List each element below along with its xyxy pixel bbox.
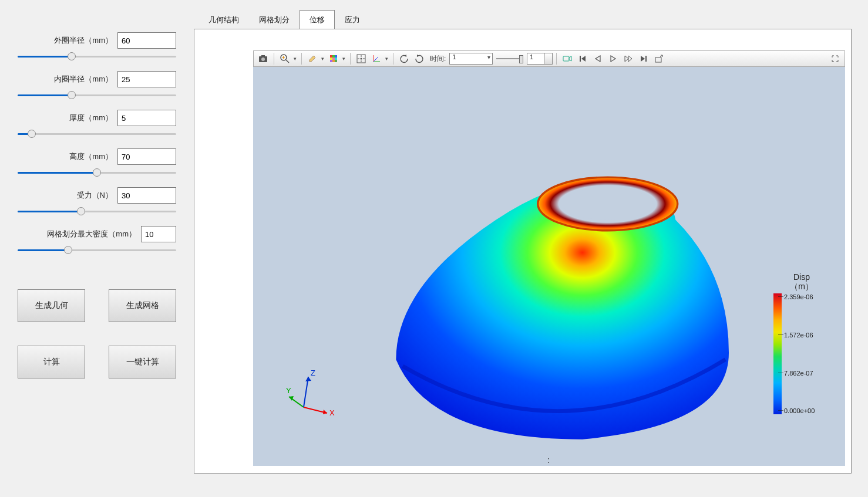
svg-point-2 [261, 58, 265, 61]
export-icon[interactable] [652, 52, 666, 65]
outer-radius-input[interactable] [117, 32, 176, 49]
svg-rect-6 [330, 55, 332, 58]
rotate-cw-icon[interactable] [412, 52, 426, 65]
param-height: 高度（mm） [18, 148, 176, 177]
viewer-toolbar: + ▾ ▾ ▾ ▾ [253, 50, 845, 67]
svg-text:X: X [329, 408, 335, 417]
svg-rect-14 [335, 60, 337, 62]
cube-color-dropdown-icon[interactable]: ▾ [341, 56, 346, 62]
svg-point-25 [563, 188, 653, 219]
axes-icon[interactable] [369, 52, 383, 65]
force-slider[interactable] [18, 207, 176, 215]
svg-line-19 [374, 57, 378, 62]
time-slider[interactable] [495, 53, 524, 65]
rotate-ccw-icon[interactable] [397, 52, 411, 65]
inner-radius-input[interactable] [117, 71, 176, 87]
axis-triad: X Y Z [286, 366, 339, 419]
svg-text:Z: Z [311, 368, 315, 377]
play-icon[interactable] [606, 52, 620, 65]
tab-geometry[interactable]: 几何结构 [199, 10, 249, 29]
param-label: 受力（N） [77, 190, 113, 201]
param-label: 内圈半径（mm） [54, 74, 113, 84]
tab-stress[interactable]: 应力 [335, 10, 370, 29]
time-combo[interactable]: 1 [449, 53, 493, 65]
svg-rect-1 [261, 55, 265, 57]
paint-icon[interactable] [305, 52, 319, 65]
param-label: 网格划分最大密度（mm） [47, 229, 136, 239]
time-label: 时间: [430, 54, 446, 64]
param-force: 受力（N） [18, 187, 176, 215]
svg-rect-10 [332, 58, 335, 60]
expand-icon[interactable] [828, 52, 842, 65]
snapshot-icon[interactable] [256, 52, 270, 65]
param-mesh-density: 网格划分最大密度（mm） [18, 226, 176, 254]
thickness-input[interactable] [117, 110, 176, 126]
param-label: 厚度（mm） [69, 113, 113, 123]
tab-mesh[interactable]: 网格划分 [249, 10, 300, 29]
param-inner-radius: 内圈半径（mm） [18, 71, 176, 99]
svg-rect-13 [332, 60, 335, 62]
calculate-button[interactable]: 计算 [18, 346, 85, 378]
colorbar-title: Disp [793, 272, 810, 282]
svg-rect-11 [335, 58, 337, 60]
svg-rect-9 [330, 58, 332, 60]
svg-text:+: + [282, 55, 285, 60]
colorbar-legend: Disp （m） 2.359e-06 1.572e-06 7.862e-07 0… [773, 272, 830, 414]
mesh-density-input[interactable] [141, 226, 176, 242]
viewer: + ▾ ▾ ▾ ▾ [194, 29, 852, 474]
tab-bar: 几何结构 网格划分 位移 应力 [194, 9, 852, 29]
outer-radius-slider[interactable] [18, 52, 176, 60]
skip-last-icon[interactable] [637, 52, 651, 65]
svg-rect-21 [580, 56, 581, 62]
svg-rect-7 [332, 55, 335, 58]
3d-viewport[interactable]: X Y Z Disp （m） [253, 67, 845, 466]
play-reverse-icon[interactable] [591, 52, 605, 65]
svg-rect-22 [645, 56, 647, 62]
svg-text:Y: Y [286, 386, 291, 395]
skip-first-icon[interactable] [576, 52, 590, 65]
colorbar-tick: 1.572e-06 [784, 332, 815, 339]
svg-rect-20 [563, 56, 569, 61]
inner-radius-slider[interactable] [18, 91, 176, 99]
cube-color-icon[interactable] [327, 52, 341, 65]
param-thickness: 厚度（mm） [18, 110, 176, 138]
svg-rect-8 [335, 55, 337, 58]
colorbar-tick: 7.862e-07 [784, 370, 815, 377]
frame-spinner[interactable]: 1 [527, 53, 553, 65]
zoom-icon[interactable]: + [278, 52, 292, 65]
colorbar-tick: 0.000e+00 [784, 407, 815, 414]
param-outer-radius: 外圈半径（mm） [18, 32, 176, 60]
generate-geometry-button[interactable]: 生成几何 [18, 289, 85, 322]
sidebar: 外圈半径（mm） 内圈半径（mm） 厚度（mm） [0, 0, 194, 497]
colorbar-unit: （m） [790, 282, 813, 291]
svg-marker-27 [323, 410, 327, 414]
thickness-slider[interactable] [18, 130, 176, 138]
one-click-calculate-button[interactable]: 一键计算 [109, 346, 176, 378]
fea-result-plot [253, 67, 845, 466]
main-panel: 几何结构 网格划分 位移 应力 + ▾ ▾ [194, 0, 868, 497]
svg-rect-12 [330, 60, 332, 62]
step-forward-icon[interactable] [621, 52, 635, 65]
height-input[interactable] [117, 148, 176, 165]
svg-rect-23 [655, 58, 661, 62]
generate-mesh-button[interactable]: 生成网格 [109, 289, 176, 322]
axes-dropdown-icon[interactable]: ▾ [383, 56, 389, 62]
status-text: : [547, 455, 551, 465]
paint-dropdown-icon[interactable]: ▾ [319, 56, 325, 62]
colorbar-gradient [773, 293, 782, 414]
param-label: 外圈半径（mm） [54, 35, 113, 46]
svg-marker-33 [305, 377, 311, 381]
mesh-density-slider[interactable] [18, 246, 176, 254]
height-slider[interactable] [18, 168, 176, 177]
force-input[interactable] [117, 187, 176, 204]
zoom-dropdown-icon[interactable]: ▾ [292, 56, 298, 62]
camera-record-icon[interactable] [560, 52, 574, 65]
colorbar-tick: 2.359e-06 [784, 293, 815, 300]
param-label: 高度（mm） [69, 151, 113, 162]
svg-point-16 [361, 58, 362, 60]
svg-line-4 [286, 60, 289, 63]
fit-view-icon[interactable] [354, 52, 368, 65]
tab-displacement[interactable]: 位移 [300, 10, 335, 29]
